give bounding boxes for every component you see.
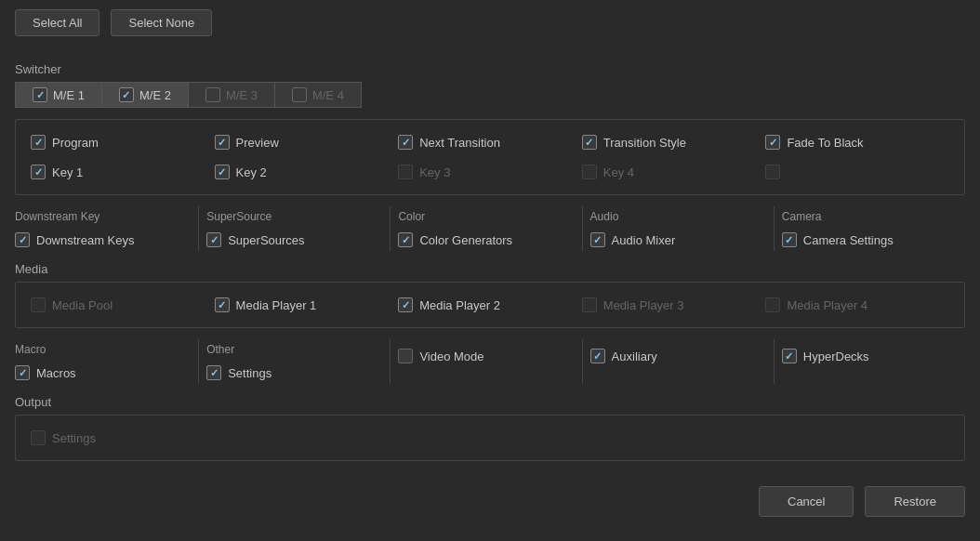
tab-me2[interactable]: M/E 2	[101, 82, 188, 108]
check-item-key4: Key 4	[582, 161, 766, 183]
check-item-color-generators[interactable]: Color Generators	[398, 229, 574, 251]
checkbox-fade-to-black[interactable]	[765, 135, 780, 150]
section-col-hyperdecks: HyperDecks	[775, 339, 965, 384]
checkbox-program[interactable]	[31, 135, 46, 150]
check-item-key2[interactable]: Key 2	[215, 161, 399, 183]
checkbox-key1[interactable]	[31, 165, 46, 179]
media-label: Media	[15, 262, 965, 276]
middle-sections-row: Downstream KeyDownstream KeysSuperSource…	[15, 206, 965, 251]
checkbox-downstream-keys[interactable]	[15, 232, 30, 247]
section-header-color: Color	[398, 210, 574, 223]
checkbox-next-transition[interactable]	[398, 135, 413, 150]
label-audio-mixer: Audio Mixer	[612, 233, 676, 247]
check-item-supersources[interactable]: SuperSources	[206, 229, 382, 251]
section-header-audio: Audio	[590, 210, 766, 223]
section-col-other: OtherSettings	[199, 339, 391, 384]
tab-checkbox-me4	[292, 87, 307, 102]
label-media-pool: Media Pool	[52, 298, 113, 312]
section-col-downstream-key: Downstream KeyDownstream Keys	[15, 206, 199, 251]
section-header-camera: Camera	[782, 210, 958, 223]
tab-me4[interactable]: M/E 4	[274, 82, 362, 108]
checkbox-key2[interactable]	[215, 165, 230, 179]
label-color-generators: Color Generators	[419, 233, 512, 247]
checkbox-media-player-4	[765, 297, 780, 312]
tab-label-me3: M/E 3	[226, 88, 258, 102]
checkbox-audio-mixer[interactable]	[590, 232, 605, 247]
check-item-media-player-1[interactable]: Media Player 1	[215, 294, 399, 316]
checkbox-supersources[interactable]	[206, 232, 221, 247]
check-item-program[interactable]: Program	[31, 131, 215, 153]
label-program: Program	[52, 136, 99, 150]
checkbox-output-settings	[31, 430, 46, 445]
restore-button[interactable]: Restore	[865, 486, 965, 517]
checkbox-transition-style[interactable]	[582, 135, 597, 150]
main-content: Switcher M/E 1M/E 2M/E 3M/E 4 ProgramPre…	[0, 46, 980, 487]
section-col-camera: CameraCamera Settings	[775, 206, 965, 251]
check-item-auxiliary[interactable]: Auxiliary	[590, 345, 766, 367]
output-items-box: Settings	[15, 415, 965, 461]
media-items-box: Media PoolMedia Player 1Media Player 2Me…	[15, 282, 965, 328]
check-item-hyperdecks[interactable]: HyperDecks	[782, 345, 958, 367]
section-header-macro: Macro	[15, 343, 191, 356]
check-item-media-player-4: Media Player 4	[765, 294, 949, 316]
label-macros: Macros	[36, 366, 76, 380]
label-media-player-3: Media Player 3	[603, 298, 684, 312]
check-item-fade-to-black[interactable]: Fade To Black	[765, 131, 949, 153]
label-key3: Key 3	[419, 165, 450, 179]
label-media-player-4: Media Player 4	[787, 298, 867, 312]
check-item-preview[interactable]: Preview	[215, 131, 399, 153]
section-col-auxiliary: Auxiliary	[583, 339, 775, 384]
check-item-key1[interactable]: Key 1	[31, 161, 215, 183]
checkbox-preview[interactable]	[215, 135, 230, 150]
label-key2: Key 2	[236, 165, 267, 179]
select-all-button[interactable]: Select All	[15, 9, 99, 36]
cancel-button[interactable]: Cancel	[759, 486, 854, 517]
label-downstream-keys: Downstream Keys	[36, 233, 134, 247]
check-item-next-transition[interactable]: Next Transition	[398, 131, 582, 153]
check-item-video-mode[interactable]: Video Mode	[398, 345, 574, 367]
section-col-color: ColorColor Generators	[391, 206, 582, 251]
section-col-video-mode: Video Mode	[391, 339, 582, 384]
label-key1: Key 1	[52, 165, 83, 179]
tab-me1[interactable]: M/E 1	[15, 82, 101, 108]
checkbox-media-player-1[interactable]	[215, 297, 230, 312]
checkbox-camera-settings[interactable]	[782, 232, 797, 247]
checkbox-key4	[582, 165, 597, 179]
checkbox-video-mode[interactable]	[398, 349, 413, 363]
section-col-macro: MacroMacros	[15, 339, 199, 384]
bottom-sections-row: MacroMacrosOtherSettingsVideo ModeAuxili…	[15, 339, 965, 384]
checkbox-settings-other[interactable]	[206, 365, 221, 380]
check-item-downstream-keys[interactable]: Downstream Keys	[15, 229, 191, 251]
bottom-bar: Cancel Restore	[744, 477, 980, 526]
checkbox-color-generators[interactable]	[398, 232, 413, 247]
check-item-camera-settings[interactable]: Camera Settings	[782, 229, 958, 251]
section-header-downstream-key: Downstream Key	[15, 210, 191, 223]
top-bar: Select All Select None	[0, 0, 980, 46]
section-header-other: Other	[206, 343, 382, 356]
checkbox-macros[interactable]	[15, 365, 30, 380]
check-item-transition-style[interactable]: Transition Style	[582, 131, 766, 153]
tab-me3[interactable]: M/E 3	[188, 82, 274, 108]
checkbox-media-player-2[interactable]	[398, 297, 413, 312]
label-settings-other: Settings	[228, 366, 271, 380]
label-auxiliary: Auxiliary	[612, 350, 657, 363]
media-section: Media Media PoolMedia Player 1Media Play…	[15, 262, 965, 328]
check-item-macros[interactable]: Macros	[15, 362, 191, 384]
check-item-media-player-2[interactable]: Media Player 2	[398, 294, 582, 316]
checkbox-media-pool	[31, 297, 46, 312]
label-supersources: SuperSources	[228, 233, 304, 247]
tab-label-me2: M/E 2	[139, 88, 171, 102]
checkbox-auxiliary[interactable]	[590, 349, 605, 363]
output-section: Output Settings	[15, 395, 965, 461]
check-item-media-pool: Media Pool	[31, 294, 215, 316]
check-item-output-settings: Settings	[31, 427, 96, 449]
checkbox-hyperdecks[interactable]	[782, 349, 797, 363]
select-none-button[interactable]: Select None	[111, 9, 212, 36]
label-next-transition: Next Transition	[419, 136, 500, 150]
tab-checkbox-me2	[119, 87, 134, 102]
check-item-settings-other[interactable]: Settings	[206, 362, 382, 384]
check-item-audio-mixer[interactable]: Audio Mixer	[590, 229, 766, 251]
label-preview: Preview	[236, 136, 279, 150]
label-key4: Key 4	[603, 165, 634, 179]
section-col-supersource: SuperSourceSuperSources	[199, 206, 391, 251]
